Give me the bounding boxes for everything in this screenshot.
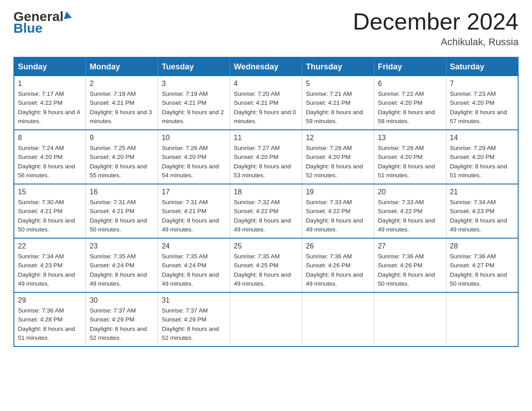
sunrise-label: Sunrise: 7:36 AM	[378, 253, 424, 260]
table-row: 31 Sunrise: 7:37 AM Sunset: 4:29 PM Dayl…	[158, 292, 230, 347]
table-row: 16 Sunrise: 7:31 AM Sunset: 4:21 PM Dayl…	[86, 184, 158, 238]
sunrise-label: Sunrise: 7:28 AM	[378, 145, 424, 151]
daylight-label: Daylight: 9 hours and 3 minutes.	[90, 109, 152, 124]
day-info: Sunrise: 7:36 AM Sunset: 4:27 PM Dayligh…	[450, 252, 514, 288]
day-number: 24	[162, 242, 226, 250]
daylight-label: Daylight: 8 hours and 49 minutes.	[234, 271, 291, 287]
day-number: 16	[90, 188, 154, 196]
daylight-label: Daylight: 8 hours and 52 minutes.	[306, 163, 363, 179]
day-info: Sunrise: 7:31 AM Sunset: 4:21 PM Dayligh…	[162, 198, 226, 234]
sunrise-label: Sunrise: 7:30 AM	[18, 199, 64, 206]
day-info: Sunrise: 7:36 AM Sunset: 4:26 PM Dayligh…	[306, 252, 370, 288]
col-monday: Monday	[86, 57, 158, 76]
sunset-label: Sunset: 4:23 PM	[18, 262, 63, 269]
day-info: Sunrise: 7:36 AM Sunset: 4:26 PM Dayligh…	[378, 252, 442, 288]
sunrise-label: Sunrise: 7:36 AM	[450, 253, 496, 260]
daylight-label: Daylight: 8 hours and 49 minutes.	[306, 271, 363, 287]
table-row: 9 Sunrise: 7:25 AM Sunset: 4:20 PM Dayli…	[86, 130, 158, 184]
sunset-label: Sunset: 4:21 PM	[162, 99, 206, 106]
table-row: 29 Sunrise: 7:36 AM Sunset: 4:28 PM Dayl…	[14, 292, 86, 347]
table-row: 18 Sunrise: 7:32 AM Sunset: 4:22 PM Dayl…	[230, 184, 302, 238]
sunset-label: Sunset: 4:22 PM	[306, 208, 351, 214]
logo-arrow-icon	[64, 12, 73, 21]
calendar-table: Sunday Monday Tuesday Wednesday Thursday…	[13, 57, 519, 347]
day-info: Sunrise: 7:21 AM Sunset: 4:21 PM Dayligh…	[306, 90, 370, 126]
day-info: Sunrise: 7:30 AM Sunset: 4:21 PM Dayligh…	[18, 198, 82, 234]
day-info: Sunrise: 7:35 AM Sunset: 4:25 PM Dayligh…	[234, 252, 298, 288]
sunrise-label: Sunrise: 7:31 AM	[90, 199, 136, 206]
sunset-label: Sunset: 4:21 PM	[162, 208, 206, 214]
daylight-label: Daylight: 9 hours and 0 minutes.	[234, 109, 296, 124]
sunrise-label: Sunrise: 7:35 AM	[90, 253, 136, 260]
sunrise-label: Sunrise: 7:19 AM	[162, 90, 208, 97]
day-info: Sunrise: 7:17 AM Sunset: 4:22 PM Dayligh…	[18, 90, 82, 126]
sunrise-label: Sunrise: 7:27 AM	[234, 145, 280, 151]
day-number: 28	[450, 242, 514, 250]
daylight-label: Daylight: 8 hours and 50 minutes.	[18, 217, 75, 233]
table-row: 11 Sunrise: 7:27 AM Sunset: 4:20 PM Dayl…	[230, 130, 302, 184]
sunset-label: Sunset: 4:21 PM	[306, 99, 351, 106]
logo-line2: Blue	[13, 21, 72, 36]
daylight-label: Daylight: 8 hours and 55 minutes.	[90, 163, 147, 179]
sunset-label: Sunset: 4:21 PM	[18, 208, 63, 214]
daylight-label: Daylight: 8 hours and 59 minutes.	[306, 109, 363, 124]
table-row: 17 Sunrise: 7:31 AM Sunset: 4:21 PM Dayl…	[158, 184, 230, 238]
sunrise-label: Sunrise: 7:34 AM	[18, 253, 64, 260]
sunset-label: Sunset: 4:20 PM	[90, 154, 134, 160]
day-number: 26	[306, 242, 370, 250]
sunrise-label: Sunrise: 7:25 AM	[90, 145, 136, 151]
day-number: 19	[306, 188, 370, 196]
sunset-label: Sunset: 4:22 PM	[378, 208, 423, 214]
calendar-week-row: 15 Sunrise: 7:30 AM Sunset: 4:21 PM Dayl…	[14, 184, 518, 238]
day-info: Sunrise: 7:29 AM Sunset: 4:20 PM Dayligh…	[450, 144, 514, 180]
day-info: Sunrise: 7:36 AM Sunset: 4:28 PM Dayligh…	[18, 306, 82, 342]
day-number: 18	[234, 188, 298, 196]
daylight-label: Daylight: 8 hours and 54 minutes.	[162, 163, 219, 179]
sunrise-label: Sunrise: 7:28 AM	[306, 145, 352, 151]
day-number: 17	[162, 188, 226, 196]
sunset-label: Sunset: 4:21 PM	[234, 99, 279, 106]
day-number: 13	[378, 134, 442, 142]
sunset-label: Sunset: 4:21 PM	[90, 208, 134, 214]
sunset-label: Sunset: 4:20 PM	[378, 99, 423, 106]
table-row: 24 Sunrise: 7:35 AM Sunset: 4:24 PM Dayl…	[158, 238, 230, 292]
sunrise-label: Sunrise: 7:23 AM	[450, 90, 496, 97]
daylight-label: Daylight: 8 hours and 49 minutes.	[306, 217, 363, 233]
daylight-label: Daylight: 8 hours and 52 minutes.	[162, 325, 219, 341]
day-info: Sunrise: 7:23 AM Sunset: 4:20 PM Dayligh…	[450, 90, 514, 126]
sunset-label: Sunset: 4:24 PM	[162, 262, 206, 269]
table-row: 23 Sunrise: 7:35 AM Sunset: 4:24 PM Dayl…	[86, 238, 158, 292]
table-row: 27 Sunrise: 7:36 AM Sunset: 4:26 PM Dayl…	[374, 238, 446, 292]
day-info: Sunrise: 7:19 AM Sunset: 4:21 PM Dayligh…	[162, 90, 226, 126]
daylight-label: Daylight: 8 hours and 50 minutes.	[90, 217, 147, 233]
day-info: Sunrise: 7:28 AM Sunset: 4:20 PM Dayligh…	[378, 144, 442, 180]
day-info: Sunrise: 7:25 AM Sunset: 4:20 PM Dayligh…	[90, 144, 154, 180]
daylight-label: Daylight: 8 hours and 50 minutes.	[378, 271, 435, 287]
day-info: Sunrise: 7:35 AM Sunset: 4:24 PM Dayligh…	[162, 252, 226, 288]
daylight-label: Daylight: 9 hours and 2 minutes.	[162, 109, 224, 124]
col-wednesday: Wednesday	[230, 57, 302, 76]
day-info: Sunrise: 7:32 AM Sunset: 4:22 PM Dayligh…	[234, 198, 298, 234]
daylight-label: Daylight: 8 hours and 49 minutes.	[378, 217, 435, 233]
sunset-label: Sunset: 4:20 PM	[450, 99, 495, 106]
day-number: 1	[18, 80, 82, 88]
sunset-label: Sunset: 4:22 PM	[234, 208, 279, 214]
daylight-label: Daylight: 8 hours and 49 minutes.	[234, 217, 291, 233]
daylight-label: Daylight: 8 hours and 49 minutes.	[18, 271, 75, 287]
day-number: 12	[306, 134, 370, 142]
table-row	[302, 292, 374, 347]
sunrise-label: Sunrise: 7:31 AM	[162, 199, 208, 206]
day-info: Sunrise: 7:31 AM Sunset: 4:21 PM Dayligh…	[90, 198, 154, 234]
day-info: Sunrise: 7:37 AM Sunset: 4:29 PM Dayligh…	[162, 306, 226, 342]
day-number: 22	[18, 242, 82, 250]
sunset-label: Sunset: 4:29 PM	[162, 316, 206, 323]
daylight-label: Daylight: 8 hours and 49 minutes.	[162, 217, 219, 233]
table-row: 21 Sunrise: 7:34 AM Sunset: 4:23 PM Dayl…	[446, 184, 518, 238]
day-number: 14	[450, 134, 514, 142]
daylight-label: Daylight: 8 hours and 52 minutes.	[90, 325, 147, 341]
table-row: 10 Sunrise: 7:26 AM Sunset: 4:20 PM Dayl…	[158, 130, 230, 184]
sunrise-label: Sunrise: 7:33 AM	[306, 199, 352, 206]
calendar-header-row: Sunday Monday Tuesday Wednesday Thursday…	[14, 57, 518, 76]
sunset-label: Sunset: 4:27 PM	[450, 262, 495, 269]
sunrise-label: Sunrise: 7:29 AM	[450, 145, 496, 151]
